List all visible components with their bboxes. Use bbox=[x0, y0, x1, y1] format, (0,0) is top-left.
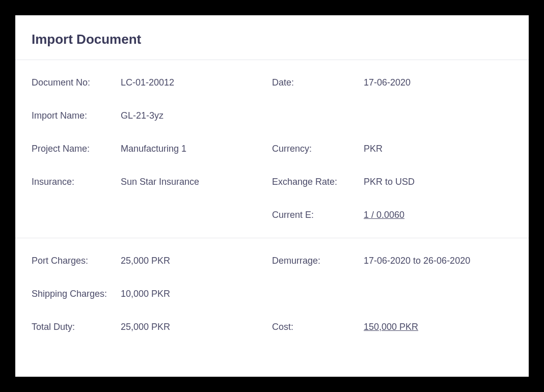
info-row: Insurance: Sun Star Insurance Exchange R… bbox=[15, 165, 529, 199]
field-total-duty: Total Duty: 25,000 PKR bbox=[32, 311, 272, 344]
currency-value: PKR bbox=[364, 144, 383, 154]
field-project-name: Project Name: Manufacturing 1 bbox=[32, 132, 272, 165]
shipping-charges-value: 10,000 PKR bbox=[121, 289, 170, 299]
document-no-label: Document No: bbox=[32, 77, 121, 88]
field-exchange-rate: Exchange Rate: PKR to USD bbox=[272, 165, 512, 199]
total-duty-value: 25,000 PKR bbox=[121, 322, 170, 332]
import-name-value: GL-21-3yz bbox=[121, 110, 164, 121]
current-e-label: Current E: bbox=[272, 210, 364, 220]
document-info-section: Document No: LC-01-20012 Date: 17-06-202… bbox=[15, 60, 529, 238]
charges-row: Port Charges: 25,000 PKR Demurrage: 17-0… bbox=[15, 244, 529, 277]
total-duty-label: Total Duty: bbox=[32, 322, 121, 332]
field-cost: Cost: 150,000 PKR bbox=[272, 311, 512, 344]
info-row: Current E: 1 / 0.0060 bbox=[15, 199, 529, 232]
import-name-label: Import Name: bbox=[32, 110, 121, 121]
charges-row: Shipping Charges: 10,000 PKR bbox=[15, 277, 529, 311]
date-value: 17-06-2020 bbox=[364, 77, 411, 88]
date-label: Date: bbox=[272, 77, 364, 88]
field-import-name: Import Name: GL-21-3yz bbox=[32, 99, 272, 132]
field-currency: Currency: PKR bbox=[272, 132, 512, 165]
demurrage-value: 17-06-2020 to 26-06-2020 bbox=[364, 256, 470, 266]
info-row: Project Name: Manufacturing 1 Currency: … bbox=[15, 132, 529, 165]
import-document: Import Document Document No: LC-01-20012… bbox=[15, 15, 529, 377]
demurrage-label: Demurrage: bbox=[272, 256, 364, 266]
field-current-e: Current E: 1 / 0.0060 bbox=[272, 199, 512, 232]
currency-label: Currency: bbox=[272, 144, 364, 154]
insurance-label: Insurance: bbox=[32, 177, 121, 187]
document-header: Import Document bbox=[15, 15, 529, 60]
charges-section: Port Charges: 25,000 PKR Demurrage: 17-0… bbox=[15, 238, 529, 350]
empty-cell bbox=[272, 99, 512, 132]
empty-cell bbox=[272, 277, 512, 311]
insurance-value: Sun Star Insurance bbox=[121, 177, 199, 187]
page-title: Import Document bbox=[32, 32, 512, 47]
cost-label: Cost: bbox=[272, 322, 364, 332]
exchange-rate-value: PKR to USD bbox=[364, 177, 415, 187]
document-no-value: LC-01-20012 bbox=[121, 77, 174, 88]
empty-cell bbox=[32, 199, 272, 232]
field-insurance: Insurance: Sun Star Insurance bbox=[32, 165, 272, 199]
info-row: Import Name: GL-21-3yz bbox=[15, 99, 529, 132]
project-name-value: Manufacturing 1 bbox=[121, 144, 186, 154]
exchange-rate-label: Exchange Rate: bbox=[272, 177, 364, 187]
current-e-value: 1 / 0.0060 bbox=[364, 210, 404, 220]
info-row: Document No: LC-01-20012 Date: 17-06-202… bbox=[15, 66, 529, 99]
field-date: Date: 17-06-2020 bbox=[272, 66, 512, 99]
port-charges-label: Port Charges: bbox=[32, 256, 121, 266]
field-shipping-charges: Shipping Charges: 10,000 PKR bbox=[32, 277, 272, 311]
project-name-label: Project Name: bbox=[32, 144, 121, 154]
cost-value: 150,000 PKR bbox=[364, 322, 418, 332]
shipping-charges-label: Shipping Charges: bbox=[32, 289, 121, 299]
field-document-no: Document No: LC-01-20012 bbox=[32, 66, 272, 99]
port-charges-value: 25,000 PKR bbox=[121, 256, 170, 266]
field-port-charges: Port Charges: 25,000 PKR bbox=[32, 244, 272, 277]
field-demurrage: Demurrage: 17-06-2020 to 26-06-2020 bbox=[272, 244, 512, 277]
charges-row: Total Duty: 25,000 PKR Cost: 150,000 PKR bbox=[15, 311, 529, 344]
